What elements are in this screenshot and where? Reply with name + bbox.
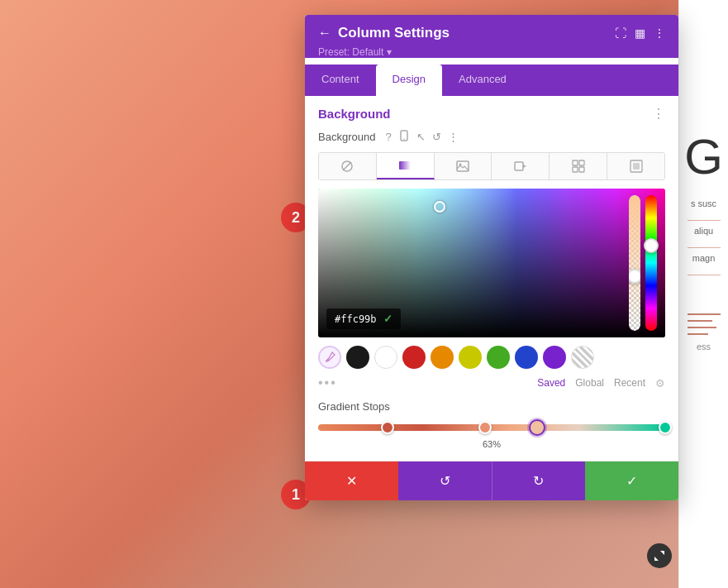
- panel-header-icons: ⛶ ▦ ⋮: [615, 26, 665, 40]
- type-tab-pattern[interactable]: [550, 153, 607, 179]
- preset-label: Preset: Default: [318, 46, 383, 58]
- hue-slider-thumb: [644, 238, 659, 253]
- preset-arrow: ▾: [387, 46, 392, 58]
- swatch-black[interactable]: [346, 346, 369, 369]
- help-icon[interactable]: ?: [385, 131, 391, 143]
- more-icon[interactable]: ⋮: [448, 131, 459, 143]
- global-tab[interactable]: Global: [575, 377, 604, 389]
- gradient-stop-1[interactable]: [381, 421, 394, 434]
- swatches-actions: Saved Global Recent ⚙: [537, 377, 665, 390]
- tab-design[interactable]: Design: [376, 65, 442, 96]
- panel-body: Background ⋮ Background ? ↖ ↺ ⋮: [305, 96, 678, 449]
- svg-rect-10: [579, 160, 584, 165]
- svg-rect-4: [399, 161, 411, 170]
- right-panel-divider-3: [688, 275, 721, 275]
- section-title: Background: [318, 107, 391, 121]
- gradient-slider[interactable]: [318, 419, 665, 436]
- type-tab-gradient[interactable]: [377, 153, 435, 179]
- type-tab-none[interactable]: [319, 153, 377, 179]
- back-button[interactable]: ←: [318, 26, 331, 41]
- swatches-more-dots[interactable]: •••: [318, 375, 337, 390]
- swatch-purple[interactable]: [543, 346, 566, 369]
- eyedropper-swatch[interactable]: [318, 346, 341, 369]
- opacity-slider-thumb: [629, 269, 640, 284]
- cancel-button[interactable]: ✕: [305, 461, 398, 500]
- gradient-track: [318, 424, 665, 431]
- saved-tab[interactable]: Saved: [537, 377, 565, 389]
- swatch-green[interactable]: [487, 346, 510, 369]
- opacity-slider[interactable]: [629, 195, 640, 331]
- background-label: Background: [318, 131, 375, 143]
- mobile-icon[interactable]: [398, 130, 410, 144]
- right-panel-divider-2: [688, 247, 721, 248]
- panel-tabs: Content Design Advanced: [305, 65, 678, 96]
- preset-selector[interactable]: Preset: Default ▾: [318, 46, 665, 58]
- redo-button[interactable]: ↻: [492, 461, 586, 500]
- gradient-active-percent: 63%: [318, 439, 665, 449]
- column-settings-panel: ← Column Settings ⛶ ▦ ⋮ Preset: Default …: [305, 15, 678, 500]
- swatches-more-row: ••• Saved Global Recent ⚙: [318, 375, 665, 390]
- undo-button[interactable]: ↺: [398, 461, 492, 500]
- hex-confirm-icon[interactable]: ✓: [383, 313, 393, 325]
- panel-header-top: ← Column Settings ⛶ ▦ ⋮: [318, 25, 665, 41]
- confirm-button[interactable]: ✓: [585, 461, 678, 500]
- panel-title: Column Settings: [338, 25, 450, 41]
- hex-input-container: #ffc99b ✓: [326, 308, 401, 329]
- swatches-row: [318, 346, 665, 369]
- layout-icon[interactable]: ▦: [635, 26, 645, 40]
- right-panel-ess: ess: [688, 342, 721, 351]
- swatch-red[interactable]: [402, 346, 426, 369]
- gradient-stop-4[interactable]: [659, 421, 672, 434]
- gradient-section: Gradient Stops 63%: [318, 400, 665, 449]
- gradient-stop-3-active[interactable]: [529, 419, 545, 436]
- right-panel-text-3: magn: [689, 253, 719, 263]
- svg-rect-14: [633, 163, 640, 170]
- tab-advanced[interactable]: Advanced: [442, 65, 523, 96]
- swatch-striped[interactable]: [571, 346, 594, 369]
- more-options-icon[interactable]: ⋮: [654, 26, 665, 40]
- color-canvas[interactable]: #ffc99b ✓: [318, 189, 665, 337]
- section-more-icon[interactable]: ⋮: [652, 106, 665, 122]
- swatch-yellow[interactable]: [459, 346, 482, 369]
- svg-point-1: [403, 138, 404, 139]
- color-picker-cursor: [434, 201, 445, 213]
- svg-rect-12: [579, 167, 584, 172]
- svg-rect-11: [573, 167, 578, 172]
- background-row-icons: ? ↖ ↺ ⋮: [385, 130, 458, 144]
- swatches-gear-icon[interactable]: ⚙: [655, 377, 665, 390]
- swatch-white[interactable]: [374, 346, 397, 369]
- right-panel-divider-1: [688, 220, 721, 221]
- svg-rect-7: [515, 162, 523, 170]
- recent-tab[interactable]: Recent: [614, 377, 645, 389]
- gradient-stops-label: Gradient Stops: [318, 400, 665, 413]
- background-row: Background ? ↖ ↺ ⋮: [318, 130, 665, 144]
- resize-icon[interactable]: [647, 543, 672, 568]
- svg-rect-5: [457, 161, 469, 171]
- type-tab-video[interactable]: [492, 153, 550, 179]
- hex-value: #ffc99b: [335, 313, 377, 325]
- right-panel-text-1: s susc: [688, 198, 720, 208]
- type-tabs: [318, 152, 665, 180]
- panel-footer: ✕ ↺ ↻ ✓: [305, 461, 678, 500]
- cursor-icon[interactable]: ↖: [416, 131, 426, 143]
- color-picker-area: #ffc99b ✓: [318, 189, 665, 337]
- panel-header: ← Column Settings ⛶ ▦ ⋮ Preset: Default …: [305, 15, 678, 58]
- panel-title-row: ← Column Settings: [318, 25, 450, 41]
- right-panel: G s susc aliqu magn ess: [678, 0, 728, 588]
- swatch-blue[interactable]: [515, 346, 538, 369]
- svg-rect-9: [573, 160, 578, 165]
- hue-slider[interactable]: [645, 195, 657, 331]
- section-header: Background ⋮: [318, 106, 665, 122]
- right-panel-text-2: aliqu: [691, 226, 716, 236]
- svg-line-3: [343, 162, 351, 170]
- tab-content[interactable]: Content: [305, 65, 376, 96]
- type-tab-mask[interactable]: [607, 153, 664, 179]
- reset-icon[interactable]: ↺: [432, 131, 441, 143]
- svg-marker-8: [523, 165, 526, 168]
- fullscreen-icon[interactable]: ⛶: [615, 26, 626, 40]
- gradient-stop-2[interactable]: [478, 421, 492, 434]
- type-tab-image[interactable]: [435, 153, 492, 179]
- right-panel-letter: G: [684, 132, 723, 182]
- swatch-orange[interactable]: [431, 346, 454, 369]
